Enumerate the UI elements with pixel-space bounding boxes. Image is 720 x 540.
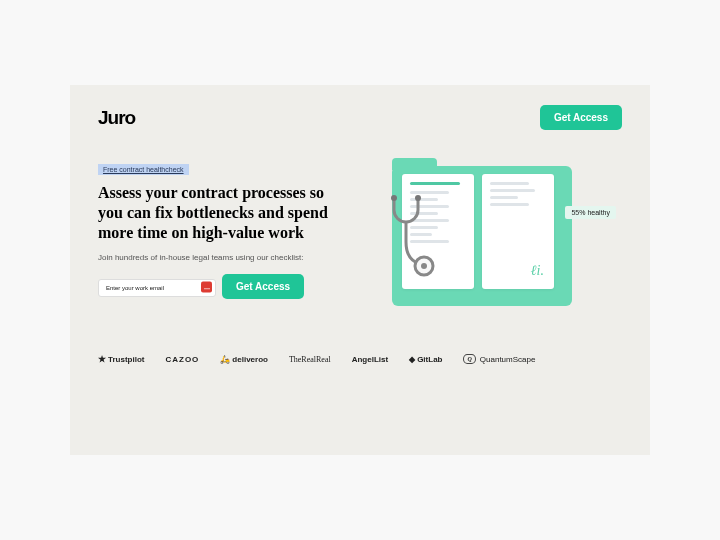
subheading: Join hundreds of in-house legal teams us… [98, 253, 348, 262]
kangaroo-icon: 🛵 [220, 355, 230, 364]
landing-page: Juro Get Access Free contract healthchec… [70, 85, 650, 455]
star-icon: ★ [98, 354, 106, 364]
logo-angellist: AngelList [352, 355, 388, 364]
health-badge: 55% healthy [565, 206, 616, 219]
offer-badge[interactable]: Free contract healthcheck [98, 164, 189, 175]
get-access-form-button[interactable]: Get Access [222, 274, 304, 299]
email-input[interactable] [98, 279, 216, 297]
logo-gitlab: ◆GitLab [409, 355, 442, 364]
signature-graphic: ℓi. [531, 263, 544, 279]
hero-illustration: ℓi. 55% healthy [372, 158, 622, 318]
signup-form: ⋯ Get Access [98, 274, 348, 299]
get-access-header-button[interactable]: Get Access [540, 105, 622, 130]
hero-text: Free contract healthcheck Assess your co… [98, 158, 348, 318]
logo-quantumscape: QQuantumScape [463, 354, 535, 364]
logo: Juro [98, 107, 135, 129]
document-graphic-1 [402, 174, 474, 289]
document-graphic-2: ℓi. [482, 174, 554, 289]
password-manager-icon[interactable]: ⋯ [201, 281, 212, 292]
email-input-wrap: ⋯ [98, 276, 216, 297]
logo-deliveroo: 🛵deliveroo [220, 355, 268, 364]
logo-trustpilot: ★Trustpilot [98, 354, 144, 364]
logo-therealreal: TheRealReal [289, 355, 331, 364]
hero-content: Free contract healthcheck Assess your co… [98, 158, 622, 318]
logo-cazoo: CAZOO [165, 355, 199, 364]
gitlab-icon: ◆ [409, 355, 415, 364]
header: Juro Get Access [98, 105, 622, 130]
headline: Assess your contract processes so you ca… [98, 183, 348, 243]
customer-logos: ★Trustpilot CAZOO 🛵deliveroo TheRealReal… [98, 354, 622, 364]
